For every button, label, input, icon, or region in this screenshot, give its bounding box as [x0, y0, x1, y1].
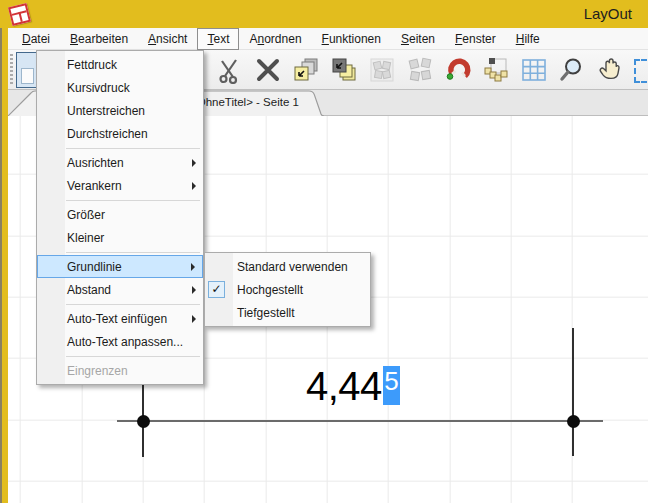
text-menu-item-label: Unterstreichen: [67, 104, 145, 118]
grid-icon[interactable]: [520, 56, 548, 84]
text-menu-item-kleiner[interactable]: Kleiner: [37, 226, 203, 249]
text-menu-separator: [66, 148, 200, 149]
dimension-line: [117, 420, 603, 422]
text-menu-item-eingrenzen[interactable]: Eingrenzen: [37, 359, 203, 382]
text-menu-item-label: Auto-Text einfügen: [67, 312, 167, 326]
snap-icon[interactable]: [444, 56, 472, 84]
submenu-arrow-icon: [192, 159, 196, 167]
delete-icon[interactable]: [254, 56, 282, 84]
checkmark-icon: ✓: [208, 281, 225, 298]
text-menu: FettdruckKursivdruckUnterstreichenDurchs…: [36, 50, 204, 385]
text-menu-item-fettdruck[interactable]: Fettdruck: [37, 53, 203, 76]
text-menu-item-auto-text-anpassen[interactable]: Auto-Text anpassen...: [37, 330, 203, 353]
copy-icon[interactable]: [292, 56, 320, 84]
text-menu-item-label: Fettdruck: [67, 58, 117, 72]
menubar-item-bearbeiten[interactable]: Bearbeiten: [60, 29, 138, 49]
grundlinie-submenu-item-hochgestellt[interactable]: ✓Hochgestellt: [205, 278, 370, 301]
text-menu-item-durchstreichen[interactable]: Durchstreichen: [37, 122, 203, 145]
titlebar: LayOut: [0, 0, 648, 28]
text-menu-separator: [66, 200, 200, 201]
text-menu-item-auto-text-einf-gen[interactable]: Auto-Text einfügen: [37, 307, 203, 330]
text-menu-item-label: Verankern: [67, 179, 122, 193]
menubar-item-anordnen[interactable]: Anordnen: [239, 29, 311, 49]
text-menu-item-label: Auto-Text anpassen...: [67, 335, 183, 349]
toolbar-grip-handle[interactable]: [10, 54, 13, 86]
text-menu-item-unterstreichen[interactable]: Unterstreichen: [37, 99, 203, 122]
window-title: LayOut: [584, 0, 632, 28]
grundlinie-submenu-item-standard-verwenden[interactable]: Standard verwenden: [205, 255, 370, 278]
text-menu-item-label: Abstand: [67, 283, 111, 297]
pan-icon[interactable]: [596, 56, 624, 84]
cut-icon[interactable]: [216, 56, 244, 84]
menubar-item-hilfe[interactable]: Hilfe: [506, 29, 550, 49]
text-menu-item-label: Kursivdruck: [67, 81, 130, 95]
menubar-item-funktionen[interactable]: Funktionen: [312, 29, 391, 49]
submenu-arrow-icon: [192, 286, 196, 294]
text-menu-separator: [66, 356, 200, 357]
window-left-border: [0, 28, 8, 503]
menubar-item-fenster[interactable]: Fenster: [445, 29, 506, 49]
group-icon[interactable]: [368, 56, 396, 84]
layout-app-icon[interactable]: [8, 3, 31, 26]
text-menu-item-label: Durchstreichen: [67, 127, 148, 141]
dimension-extension-line-right: [572, 328, 574, 456]
dimension-endpoint-left: [137, 415, 150, 428]
menubar-item-seiten[interactable]: Seiten: [391, 29, 445, 49]
menubar: DateiBearbeitenAnsichtTextAnordnenFunkti…: [0, 28, 648, 50]
grundlinie-submenu-item-label: Standard verwenden: [237, 260, 348, 274]
arrange-icon[interactable]: [482, 56, 510, 84]
text-menu-separator: [66, 252, 200, 253]
layout-window: LayOut DateiBearbeitenAnsichtTextAnordne…: [0, 0, 648, 503]
ungroup-icon[interactable]: [406, 56, 434, 84]
submenu-arrow-icon: [191, 263, 195, 271]
dimension-value: 4,44: [306, 366, 382, 406]
text-menu-item-abstand[interactable]: Abstand: [37, 278, 203, 301]
text-menu-separator: [66, 304, 200, 305]
grundlinie-submenu-item-label: Tiefgestellt: [237, 306, 295, 320]
grundlinie-submenu: Standard verwenden✓HochgestelltTiefgeste…: [204, 252, 371, 327]
menubar-item-text[interactable]: Text: [197, 28, 239, 50]
grundlinie-submenu-item-tiefgestellt[interactable]: Tiefgestellt: [205, 301, 370, 324]
text-menu-item-label: Ausrichten: [67, 156, 124, 170]
dimension-superscript-selected: 5: [383, 366, 400, 405]
dimension-endpoint-right: [567, 415, 580, 428]
text-menu-item-verankern[interactable]: Verankern: [37, 174, 203, 197]
submenu-arrow-icon: [192, 182, 196, 190]
paste-icon[interactable]: [330, 56, 358, 84]
menubar-item-datei[interactable]: Datei: [12, 29, 60, 49]
dimension-text[interactable]: 4,44 5: [306, 366, 400, 406]
text-menu-item-gr-er[interactable]: Größer: [37, 203, 203, 226]
grundlinie-submenu-item-label: Hochgestellt: [237, 283, 303, 297]
submenu-arrow-icon: [192, 315, 196, 323]
selection-icon[interactable]: [634, 56, 648, 84]
text-menu-item-kursivdruck[interactable]: Kursivdruck: [37, 76, 203, 99]
text-menu-item-label: Grundlinie: [67, 260, 122, 274]
toolbar-icon-row: [216, 56, 648, 84]
text-menu-item-grundlinie[interactable]: Grundlinie: [37, 255, 203, 278]
active-tab-label[interactable]: <OhneTitel> - Seite 1: [190, 96, 299, 108]
select-tool-icon: [21, 68, 34, 84]
text-menu-item-label: Eingrenzen: [67, 364, 128, 378]
text-menu-item-label: Größer: [67, 208, 105, 222]
zoom-icon[interactable]: [558, 56, 586, 84]
text-menu-item-label: Kleiner: [67, 231, 104, 245]
menubar-item-ansicht[interactable]: Ansicht: [138, 29, 197, 49]
select-tool-button[interactable]: [16, 52, 37, 88]
text-menu-item-ausrichten[interactable]: Ausrichten: [37, 151, 203, 174]
